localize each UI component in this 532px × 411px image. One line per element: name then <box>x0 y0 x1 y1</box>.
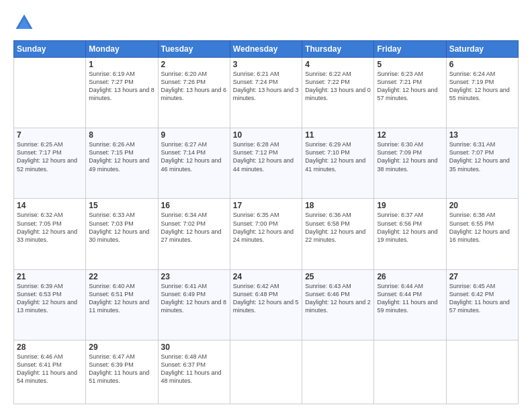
day-number: 29 <box>89 342 154 352</box>
day-number: 3 <box>233 60 299 69</box>
calendar-cell: 20Sunrise: 6:38 AMSunset: 6:55 PMDayligh… <box>446 199 518 269</box>
calendar-table: SundayMondayTuesdayWednesdayThursdayFrid… <box>13 40 519 404</box>
day-info: Sunrise: 6:33 AMSunset: 7:03 PMDaylight:… <box>89 211 154 244</box>
day-info: Sunrise: 6:43 AMSunset: 6:46 PMDaylight:… <box>305 282 371 315</box>
calendar-week-row: 14Sunrise: 6:32 AMSunset: 7:05 PMDayligh… <box>14 199 519 269</box>
day-number: 28 <box>17 342 83 352</box>
day-number: 20 <box>449 201 515 210</box>
logo-icon <box>13 12 35 34</box>
day-info: Sunrise: 6:27 AMSunset: 7:14 PMDaylight:… <box>161 140 227 173</box>
calendar-cell <box>302 340 374 404</box>
day-header-friday: Friday <box>374 41 446 58</box>
calendar-cell: 6Sunrise: 6:24 AMSunset: 7:19 PMDaylight… <box>446 58 518 128</box>
day-number: 19 <box>377 201 443 210</box>
calendar-cell: 5Sunrise: 6:23 AMSunset: 7:21 PMDaylight… <box>374 58 446 128</box>
calendar-week-row: 21Sunrise: 6:39 AMSunset: 6:53 PMDayligh… <box>14 269 519 340</box>
calendar-cell: 21Sunrise: 6:39 AMSunset: 6:53 PMDayligh… <box>14 269 86 340</box>
day-info: Sunrise: 6:29 AMSunset: 7:10 PMDaylight:… <box>305 140 371 173</box>
calendar-week-row: 1Sunrise: 6:19 AMSunset: 7:27 PMDaylight… <box>14 58 519 128</box>
day-info: Sunrise: 6:40 AMSunset: 6:51 PMDaylight:… <box>89 282 154 315</box>
calendar-cell: 16Sunrise: 6:34 AMSunset: 7:02 PMDayligh… <box>158 199 230 269</box>
day-number: 5 <box>377 60 443 69</box>
day-header-thursday: Thursday <box>302 41 374 58</box>
day-info: Sunrise: 6:44 AMSunset: 6:44 PMDaylight:… <box>377 282 443 315</box>
calendar-header-row: SundayMondayTuesdayWednesdayThursdayFrid… <box>14 41 519 58</box>
calendar-cell: 19Sunrise: 6:37 AMSunset: 6:56 PMDayligh… <box>374 199 446 269</box>
calendar-cell <box>374 340 446 404</box>
day-number: 21 <box>17 272 83 281</box>
day-info: Sunrise: 6:34 AMSunset: 7:02 PMDaylight:… <box>161 211 227 244</box>
calendar-cell: 12Sunrise: 6:30 AMSunset: 7:09 PMDayligh… <box>374 128 446 199</box>
day-header-wednesday: Wednesday <box>230 41 302 58</box>
day-number: 8 <box>89 130 154 140</box>
day-number: 25 <box>305 272 371 281</box>
day-number: 26 <box>377 272 443 281</box>
calendar-cell: 13Sunrise: 6:31 AMSunset: 7:07 PMDayligh… <box>446 128 518 199</box>
day-number: 18 <box>305 201 371 210</box>
calendar-cell: 11Sunrise: 6:29 AMSunset: 7:10 PMDayligh… <box>302 128 374 199</box>
day-info: Sunrise: 6:35 AMSunset: 7:00 PMDaylight:… <box>233 211 299 244</box>
day-info: Sunrise: 6:46 AMSunset: 6:41 PMDaylight:… <box>17 353 83 385</box>
day-info: Sunrise: 6:21 AMSunset: 7:24 PMDaylight:… <box>233 70 299 103</box>
calendar-cell: 7Sunrise: 6:25 AMSunset: 7:17 PMDaylight… <box>14 128 86 199</box>
day-number: 9 <box>161 130 227 140</box>
calendar-cell: 25Sunrise: 6:43 AMSunset: 6:46 PMDayligh… <box>302 269 374 340</box>
day-number: 11 <box>305 130 371 140</box>
day-info: Sunrise: 6:30 AMSunset: 7:09 PMDaylight:… <box>377 140 443 173</box>
calendar-cell: 18Sunrise: 6:36 AMSunset: 6:58 PMDayligh… <box>302 199 374 269</box>
calendar-cell: 1Sunrise: 6:19 AMSunset: 7:27 PMDaylight… <box>86 58 158 128</box>
day-number: 17 <box>233 201 299 210</box>
day-number: 15 <box>89 201 154 210</box>
day-number: 12 <box>377 130 443 140</box>
calendar-cell: 14Sunrise: 6:32 AMSunset: 7:05 PMDayligh… <box>14 199 86 269</box>
day-number: 16 <box>161 201 227 210</box>
calendar-cell: 23Sunrise: 6:41 AMSunset: 6:49 PMDayligh… <box>158 269 230 340</box>
calendar-week-row: 28Sunrise: 6:46 AMSunset: 6:41 PMDayligh… <box>14 340 519 404</box>
day-header-sunday: Sunday <box>14 41 86 58</box>
calendar-cell: 3Sunrise: 6:21 AMSunset: 7:24 PMDaylight… <box>230 58 302 128</box>
calendar-week-row: 7Sunrise: 6:25 AMSunset: 7:17 PMDaylight… <box>14 128 519 199</box>
day-number: 2 <box>161 60 227 69</box>
day-info: Sunrise: 6:48 AMSunset: 6:37 PMDaylight:… <box>161 353 227 385</box>
calendar-cell <box>446 340 518 404</box>
day-info: Sunrise: 6:38 AMSunset: 6:55 PMDaylight:… <box>449 211 515 244</box>
calendar-cell: 28Sunrise: 6:46 AMSunset: 6:41 PMDayligh… <box>14 340 86 404</box>
day-info: Sunrise: 6:26 AMSunset: 7:15 PMDaylight:… <box>89 140 154 173</box>
calendar-cell <box>14 58 86 128</box>
day-info: Sunrise: 6:47 AMSunset: 6:39 PMDaylight:… <box>89 353 154 385</box>
day-info: Sunrise: 6:25 AMSunset: 7:17 PMDaylight:… <box>17 140 83 173</box>
day-info: Sunrise: 6:39 AMSunset: 6:53 PMDaylight:… <box>17 282 83 315</box>
day-number: 22 <box>89 272 154 281</box>
calendar-cell <box>230 340 302 404</box>
day-number: 14 <box>17 201 83 210</box>
day-number: 4 <box>305 60 371 69</box>
calendar-cell: 29Sunrise: 6:47 AMSunset: 6:39 PMDayligh… <box>86 340 158 404</box>
calendar-cell: 30Sunrise: 6:48 AMSunset: 6:37 PMDayligh… <box>158 340 230 404</box>
header <box>13 12 519 34</box>
calendar-cell: 17Sunrise: 6:35 AMSunset: 7:00 PMDayligh… <box>230 199 302 269</box>
calendar-cell: 8Sunrise: 6:26 AMSunset: 7:15 PMDaylight… <box>86 128 158 199</box>
calendar-cell: 9Sunrise: 6:27 AMSunset: 7:14 PMDaylight… <box>158 128 230 199</box>
day-header-saturday: Saturday <box>446 41 518 58</box>
calendar-cell: 22Sunrise: 6:40 AMSunset: 6:51 PMDayligh… <box>86 269 158 340</box>
day-info: Sunrise: 6:37 AMSunset: 6:56 PMDaylight:… <box>377 211 443 244</box>
day-info: Sunrise: 6:20 AMSunset: 7:26 PMDaylight:… <box>161 70 227 103</box>
day-info: Sunrise: 6:31 AMSunset: 7:07 PMDaylight:… <box>449 140 515 173</box>
day-number: 23 <box>161 272 227 281</box>
calendar-cell: 27Sunrise: 6:45 AMSunset: 6:42 PMDayligh… <box>446 269 518 340</box>
day-number: 27 <box>449 272 515 281</box>
calendar-cell: 10Sunrise: 6:28 AMSunset: 7:12 PMDayligh… <box>230 128 302 199</box>
day-info: Sunrise: 6:42 AMSunset: 6:48 PMDaylight:… <box>233 282 299 315</box>
page: SundayMondayTuesdayWednesdayThursdayFrid… <box>0 0 532 411</box>
day-info: Sunrise: 6:19 AMSunset: 7:27 PMDaylight:… <box>89 70 154 103</box>
day-number: 6 <box>449 60 515 69</box>
day-header-monday: Monday <box>86 41 158 58</box>
day-info: Sunrise: 6:24 AMSunset: 7:19 PMDaylight:… <box>449 70 515 103</box>
day-info: Sunrise: 6:36 AMSunset: 6:58 PMDaylight:… <box>305 211 371 244</box>
day-number: 13 <box>449 130 515 140</box>
day-number: 10 <box>233 130 299 140</box>
calendar-cell: 26Sunrise: 6:44 AMSunset: 6:44 PMDayligh… <box>374 269 446 340</box>
day-info: Sunrise: 6:28 AMSunset: 7:12 PMDaylight:… <box>233 140 299 173</box>
day-info: Sunrise: 6:45 AMSunset: 6:42 PMDaylight:… <box>449 282 515 315</box>
day-number: 24 <box>233 272 299 281</box>
